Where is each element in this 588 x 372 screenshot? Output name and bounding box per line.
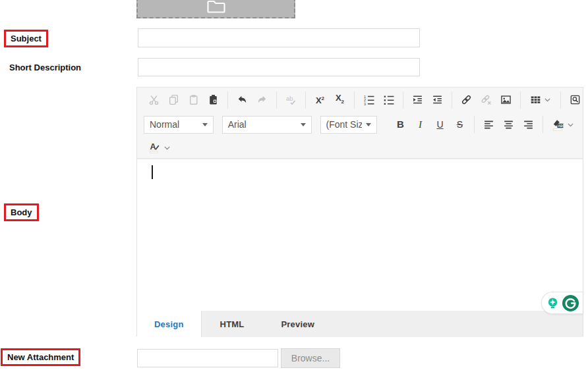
- body-label: Body: [4, 203, 39, 221]
- attachment-dropzone[interactable]: [136, 0, 295, 18]
- document-preview-button[interactable]: [566, 91, 584, 109]
- new-attachment-input[interactable]: [137, 349, 278, 367]
- ordered-list-button[interactable]: 123: [360, 91, 378, 109]
- font-color-chevron-down-icon[interactable]: [163, 144, 171, 152]
- new-attachment-label-text: New Attachment: [7, 352, 74, 362]
- copy-icon: [168, 94, 179, 105]
- paste-special-icon: [208, 94, 219, 105]
- insert-table-chevron-down-icon[interactable]: [543, 95, 552, 104]
- paragraph-style-value: Normal: [150, 119, 179, 130]
- subject-label: Subject: [4, 30, 48, 47]
- rich-text-editor: abX2X2123 NormalArial(Font SizeBIUSABC A…: [136, 87, 583, 336]
- insert-link-button[interactable]: [457, 91, 475, 109]
- font-color-button[interactable]: A: [145, 139, 174, 157]
- copy-button[interactable]: [165, 91, 183, 109]
- svg-text:ab: ab: [286, 95, 293, 102]
- toolbar-group: [520, 92, 560, 109]
- highlight-color-chevron-down-icon[interactable]: [566, 120, 575, 129]
- browse-button[interactable]: Browse...: [281, 348, 340, 368]
- editor-mode-tabstrip: DesignHTMLPreview: [137, 311, 583, 337]
- editor-toolbar-row-3: A: [137, 137, 583, 159]
- font-size-dropdown[interactable]: (Font Size: [320, 116, 378, 134]
- font-family-dropdown-arrow-icon[interactable]: [301, 123, 306, 126]
- indent-icon: [412, 94, 423, 105]
- strikethrough-button[interactable]: S: [451, 116, 469, 134]
- insert-link-icon: [461, 94, 472, 105]
- unordered-list-icon: [383, 94, 394, 105]
- align-right-button[interactable]: [519, 116, 537, 134]
- toolbar-group: 123: [354, 92, 403, 109]
- insert-image-button[interactable]: [497, 91, 515, 109]
- editor-body-content[interactable]: [137, 159, 583, 311]
- font-color-icon: A: [148, 142, 161, 154]
- paragraph-style-dropdown[interactable]: Normal: [144, 116, 214, 134]
- highlight-color-icon: ABC: [552, 119, 564, 131]
- remove-link-button[interactable]: [477, 91, 495, 109]
- paste-special-button[interactable]: [204, 91, 222, 109]
- editor-toolbar-row-2: NormalArial(Font SizeBIUSABC: [137, 112, 583, 137]
- paste-button[interactable]: [185, 91, 202, 109]
- folder-icon: [206, 0, 226, 14]
- spell-check-button[interactable]: ab: [282, 91, 300, 109]
- superscript-icon: X2: [316, 99, 324, 101]
- grammarly-widget[interactable]: [541, 292, 583, 314]
- bold-button[interactable]: B: [392, 116, 409, 134]
- subject-input[interactable]: [138, 28, 420, 47]
- toolbar-group: [140, 92, 227, 109]
- body-label-text: Body: [11, 207, 32, 217]
- underline-button[interactable]: U: [431, 116, 449, 134]
- tab-html[interactable]: HTML: [202, 311, 263, 337]
- toolbar-group: X2X2: [305, 92, 354, 109]
- short-description-input[interactable]: [138, 58, 420, 76]
- toolbar-group: BIUS: [386, 116, 474, 133]
- toolbar-group: ABC: [543, 116, 583, 133]
- font-size-value: (Font Size: [326, 119, 363, 130]
- new-attachment-label: New Attachment: [1, 348, 80, 366]
- redo-icon: [256, 94, 268, 105]
- toolbar-group: [452, 92, 520, 109]
- insert-image-icon: [500, 94, 512, 105]
- remove-link-icon: [481, 94, 492, 105]
- indent-button[interactable]: [409, 91, 426, 109]
- toolbar-group: [560, 92, 588, 109]
- grammarly-suggestions-icon[interactable]: [546, 296, 560, 310]
- form-page: Subject Short Description Body abX2X2123…: [0, 0, 588, 372]
- tab-design[interactable]: Design: [137, 311, 202, 337]
- toolbar-group: [227, 92, 276, 109]
- toolbar-group: [474, 116, 543, 133]
- insert-table-button[interactable]: [526, 91, 555, 109]
- paste-icon: [188, 94, 199, 105]
- spell-check-icon: ab: [285, 94, 297, 105]
- toolbar-group: ab: [276, 92, 305, 109]
- undo-icon: [237, 94, 248, 105]
- short-description-label: Short Description: [9, 63, 81, 72]
- short-description-label-text: Short Description: [9, 63, 81, 72]
- editor-toolbar-row-1: abX2X2123: [137, 88, 583, 112]
- unordered-list-button[interactable]: [380, 91, 397, 109]
- outdent-button[interactable]: [428, 91, 446, 109]
- subscript-button[interactable]: X2: [331, 91, 349, 109]
- align-right-icon: [523, 119, 534, 130]
- font-family-value: Arial: [228, 119, 247, 130]
- font-size-dropdown-arrow-icon[interactable]: [366, 123, 371, 126]
- highlight-color-button[interactable]: ABC: [548, 116, 577, 134]
- align-center-button[interactable]: [500, 116, 517, 134]
- svg-text:ABC: ABC: [558, 124, 564, 127]
- subject-label-text: Subject: [11, 34, 42, 43]
- italic-button[interactable]: I: [411, 116, 429, 134]
- text-caret: [152, 165, 153, 179]
- cut-button[interactable]: [145, 91, 163, 109]
- cut-icon: [148, 94, 160, 105]
- undo-button[interactable]: [233, 91, 251, 109]
- tab-preview[interactable]: Preview: [262, 311, 333, 337]
- paragraph-style-dropdown-arrow-icon[interactable]: [202, 123, 208, 126]
- font-family-dropdown[interactable]: Arial: [222, 116, 312, 134]
- toolbar-group: [403, 92, 452, 109]
- superscript-button[interactable]: X2: [311, 91, 329, 109]
- align-left-button[interactable]: [480, 116, 498, 134]
- grammarly-logo-icon[interactable]: [562, 294, 579, 312]
- redo-button[interactable]: [253, 91, 271, 109]
- outdent-icon: [432, 94, 443, 105]
- svg-text:3: 3: [364, 102, 366, 105]
- document-preview-icon: [570, 94, 581, 105]
